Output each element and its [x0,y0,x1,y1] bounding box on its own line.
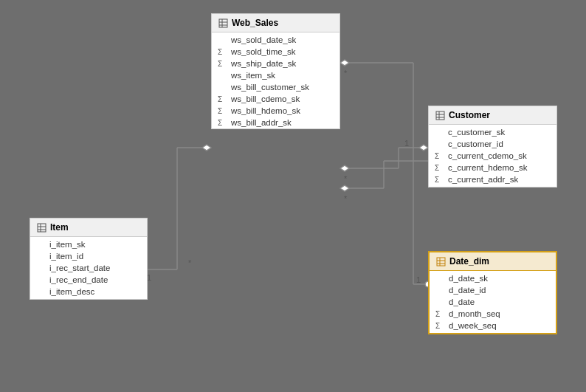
date-dim-body[interactable]: d_date_sk d_date_id d_date Σd_month_seq … [430,271,556,333]
date-dim-title: Date_dim [449,256,489,267]
field-row: d_date_sk [430,272,556,284]
svg-rect-26 [219,19,227,27]
field-row: i_item_desc [30,286,147,298]
field-row: d_date [430,296,556,308]
item-table[interactable]: Item i_item_sk i_item_id i_rec_start_dat… [30,218,148,300]
field-row: Σc_current_hdemo_sk [429,162,556,173]
field-row: ws_bill_customer_sk [212,81,339,93]
svg-rect-34 [38,224,46,232]
field-row: i_item_id [30,250,147,262]
field-row: Σws_bill_hdemo_sk [212,105,339,117]
item-header: Item [30,219,147,237]
field-row: d_date_id [430,284,556,296]
svg-marker-22 [340,60,349,66]
table-icon [435,256,446,267]
field-row: ws_sold_date_sk [212,34,339,46]
field-row: c_customer_id [429,138,556,150]
field-row: i_rec_start_date [30,262,147,274]
customer-title: Customer [449,110,490,120]
svg-marker-3 [202,145,211,151]
table-icon [435,110,445,120]
field-row: Σc_current_cdemo_sk [429,150,556,162]
svg-rect-38 [437,258,445,266]
web-sales-header: Web_Sales [212,14,339,32]
field-row: i_item_sk [30,238,147,250]
field-row: c_customer_sk [429,126,556,138]
svg-marker-11 [419,145,428,151]
field-row: Σd_month_seq [430,308,556,320]
field-row: i_rec_end_date [30,274,147,286]
svg-text:*: * [344,174,348,183]
svg-rect-30 [436,111,444,120]
item-title: Item [50,222,69,233]
field-row: Σc_current_addr_sk [429,173,556,185]
customer-header: Customer [429,106,556,125]
customer-body[interactable]: c_customer_sk c_customer_id Σc_current_c… [429,125,556,187]
customer-table[interactable]: Customer c_customer_sk c_customer_id Σc_… [428,106,557,188]
web-sales-title: Web_Sales [232,18,278,28]
table-icon [36,222,46,233]
item-body[interactable]: i_item_sk i_item_id i_rec_start_date i_r… [30,237,147,299]
date-dim-table[interactable]: Date_dim d_date_sk d_date_id d_date Σd_m… [428,251,557,334]
web-sales-body[interactable]: ws_sold_date_sk Σws_sold_time_sk Σws_shi… [212,32,339,128]
web-sales-table[interactable]: Web_Sales ws_sold_date_sk Σws_sold_time_… [211,13,340,129]
table-icon [218,18,228,28]
field-row: Σws_ship_date_sk [212,58,339,69]
svg-text:1: 1 [416,275,421,284]
svg-text:*: * [344,194,348,203]
field-row: Σws_sold_time_sk [212,46,339,58]
field-row: Σd_week_seq [430,320,556,331]
field-row: Σws_bill_addr_sk [212,117,339,128]
svg-text:*: * [344,69,348,78]
date-dim-header: Date_dim [430,252,556,271]
svg-marker-17 [340,185,349,191]
field-row: ws_item_sk [212,69,339,81]
field-row: Σws_bill_cdemo_sk [212,93,339,105]
svg-marker-10 [340,165,349,171]
svg-text:1: 1 [404,139,409,148]
svg-text:*: * [188,258,192,267]
